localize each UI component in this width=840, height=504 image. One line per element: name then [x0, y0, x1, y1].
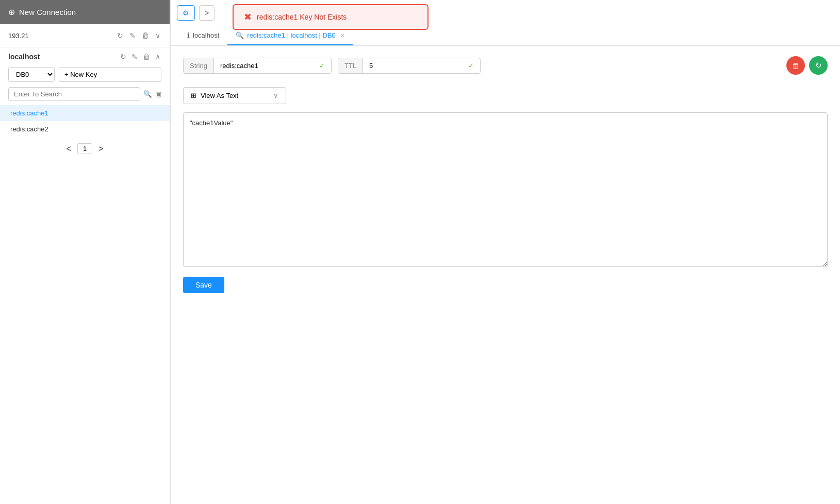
db-controls: DB0 DB1 DB2 + New Key	[0, 67, 170, 82]
terminal-toolbar-button[interactable]: >	[199, 5, 215, 21]
key-tab-label: redis:cache1 | localhost | DB0	[247, 31, 336, 39]
settings-toolbar-button[interactable]: ⚙	[177, 5, 195, 21]
server-section: 193.21 ↻ ✎ 🗑 ∨	[0, 24, 170, 47]
terminal-icon: >	[205, 9, 209, 17]
localhost-edit-button[interactable]: ✎	[130, 52, 139, 62]
ttl-label: TTL	[338, 58, 363, 73]
server-name: 193.21	[8, 32, 29, 40]
prev-page-button[interactable]: <	[67, 144, 71, 154]
localhost-delete-button[interactable]: 🗑	[142, 52, 151, 62]
info-tab-label: localhost	[193, 31, 219, 39]
main-content: ⚙ > ✖ redis:cache1 Key Not Exists ℹ loca…	[171, 0, 840, 504]
ttl-input[interactable]	[363, 58, 462, 73]
key-name-confirm-icon[interactable]: ✓	[313, 58, 331, 73]
server-edit-button[interactable]: ✎	[128, 30, 137, 41]
server-refresh-button[interactable]: ↻	[116, 30, 124, 41]
trash-icon: 🗑	[792, 61, 800, 70]
localhost-name: localhost	[8, 53, 40, 61]
localhost-actions: ↻ ✎ 🗑 ∧	[119, 52, 161, 62]
delete-key-button[interactable]: 🗑	[786, 56, 805, 75]
new-connection-label: New Connection	[19, 8, 76, 16]
type-label: String	[184, 58, 214, 73]
key-list: redis:cache1 redis:cache2	[0, 105, 170, 137]
localhost-refresh-button[interactable]: ↻	[119, 52, 127, 62]
tab-close-button[interactable]: ×	[341, 32, 344, 39]
key-item-cache1[interactable]: redis:cache1	[0, 105, 170, 121]
pagination: < 1 >	[0, 137, 170, 160]
refresh-icon: ↻	[815, 61, 822, 70]
server-actions: ↻ ✎ 🗑 ∨	[116, 30, 161, 41]
key-tab-icon: 🔍	[236, 31, 244, 39]
search-input[interactable]	[8, 87, 140, 101]
localhost-collapse-button[interactable]: ∧	[154, 52, 161, 62]
ttl-confirm-icon[interactable]: ✓	[462, 58, 480, 73]
sidebar: ⊕ New Connection 193.21 ↻ ✎ 🗑 ∨ localhos…	[0, 0, 170, 504]
server-row: 193.21 ↻ ✎ 🗑 ∨	[8, 30, 161, 41]
top-toolbar: ⚙ > ✖ redis:cache1 Key Not Exists	[171, 0, 840, 26]
view-as-select[interactable]: ⊞ View As Text ∨	[183, 87, 286, 104]
page-number: 1	[77, 143, 92, 154]
key-item-cache2[interactable]: redis:cache2	[0, 121, 170, 137]
key-info-row: String ✓ TTL ✓ 🗑 ↻	[183, 56, 828, 75]
filter-button[interactable]: ▣	[155, 90, 161, 98]
info-tab-icon: ℹ	[187, 31, 190, 39]
db-select[interactable]: DB0 DB1 DB2	[8, 67, 55, 82]
error-banner: ✖ redis:cache1 Key Not Exists	[233, 4, 429, 30]
settings-icon: ⚙	[183, 9, 189, 17]
ttl-wrapper: TTL ✓	[338, 58, 481, 74]
server-collapse-button[interactable]: ∨	[154, 30, 161, 41]
refresh-key-button[interactable]: ↻	[809, 56, 828, 75]
view-select-wrapper: ⊞ View As Text ∨	[183, 87, 828, 104]
content-area: String ✓ TTL ✓ 🗑 ↻ ⊞ View	[171, 46, 840, 504]
chevron-down-icon: ∨	[273, 92, 278, 99]
save-button[interactable]: Save	[183, 277, 224, 293]
new-key-label: + New Key	[64, 71, 97, 78]
view-as-label: View As Text	[201, 92, 269, 99]
view-as-icon: ⊞	[191, 92, 196, 99]
tab-localhost[interactable]: ℹ localhost	[179, 26, 227, 45]
new-connection-button[interactable]: ⊕ New Connection	[0, 0, 170, 24]
localhost-row: localhost ↻ ✎ 🗑 ∧	[8, 52, 161, 62]
next-page-button[interactable]: >	[98, 144, 103, 154]
type-select-wrapper: String ✓	[183, 58, 332, 74]
new-key-button[interactable]: + New Key	[59, 67, 161, 82]
error-message: redis:cache1 Key Not Exists	[257, 13, 347, 21]
server-delete-button[interactable]: 🗑	[141, 30, 150, 41]
search-button[interactable]: 🔍	[143, 90, 152, 98]
error-icon: ✖	[244, 11, 252, 23]
key-name-input[interactable]	[214, 58, 313, 73]
action-buttons: 🗑 ↻	[786, 56, 828, 75]
plus-icon: ⊕	[8, 7, 15, 17]
search-row: 🔍 ▣	[0, 87, 170, 101]
localhost-section: localhost ↻ ✎ 🗑 ∧	[0, 47, 170, 67]
value-textarea[interactable]: "cache1Value"	[183, 112, 828, 267]
